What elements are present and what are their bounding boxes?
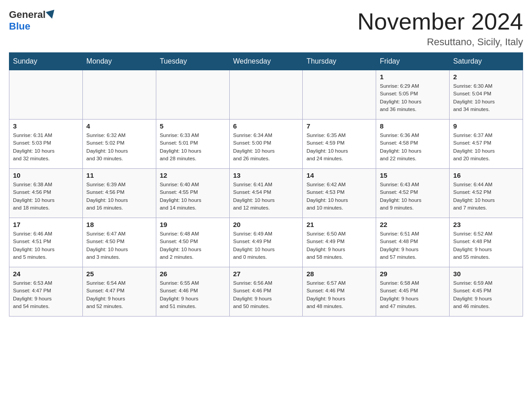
day-number: 10 bbox=[13, 171, 79, 179]
calendar-cell: 13Sunrise: 6:41 AM Sunset: 4:54 PM Dayli… bbox=[229, 169, 303, 218]
day-info: Sunrise: 6:41 AM Sunset: 4:54 PM Dayligh… bbox=[233, 181, 299, 212]
weekday-header-thursday: Thursday bbox=[303, 53, 376, 70]
calendar-table: SundayMondayTuesdayWednesdayThursdayFrid… bbox=[9, 52, 523, 317]
day-info: Sunrise: 6:56 AM Sunset: 4:46 PM Dayligh… bbox=[233, 279, 299, 310]
month-title: November 2024 bbox=[357, 9, 523, 34]
calendar-cell: 25Sunrise: 6:54 AM Sunset: 4:47 PM Dayli… bbox=[82, 267, 156, 317]
weekday-header-sunday: Sunday bbox=[9, 53, 83, 70]
calendar-cell: 27Sunrise: 6:56 AM Sunset: 4:46 PM Dayli… bbox=[229, 267, 303, 317]
day-info: Sunrise: 6:52 AM Sunset: 4:48 PM Dayligh… bbox=[453, 230, 519, 261]
day-info: Sunrise: 6:40 AM Sunset: 4:55 PM Dayligh… bbox=[160, 181, 226, 212]
day-number: 9 bbox=[453, 122, 519, 130]
calendar-cell: 5Sunrise: 6:33 AM Sunset: 5:01 PM Daylig… bbox=[156, 120, 229, 169]
location-subtitle: Resuttano, Sicily, Italy bbox=[357, 36, 523, 48]
day-number: 25 bbox=[86, 270, 152, 278]
day-info: Sunrise: 6:57 AM Sunset: 4:46 PM Dayligh… bbox=[306, 279, 372, 310]
day-info: Sunrise: 6:49 AM Sunset: 4:49 PM Dayligh… bbox=[233, 230, 299, 261]
logo: General Blue bbox=[9, 9, 56, 32]
day-info: Sunrise: 6:51 AM Sunset: 4:48 PM Dayligh… bbox=[380, 230, 446, 261]
day-info: Sunrise: 6:48 AM Sunset: 4:50 PM Dayligh… bbox=[160, 230, 226, 261]
day-info: Sunrise: 6:46 AM Sunset: 4:51 PM Dayligh… bbox=[13, 230, 79, 261]
day-info: Sunrise: 6:39 AM Sunset: 4:56 PM Dayligh… bbox=[86, 181, 152, 212]
calendar-cell: 11Sunrise: 6:39 AM Sunset: 4:56 PM Dayli… bbox=[82, 169, 156, 218]
day-number: 4 bbox=[86, 122, 152, 130]
day-info: Sunrise: 6:53 AM Sunset: 4:47 PM Dayligh… bbox=[13, 279, 79, 310]
day-number: 17 bbox=[13, 221, 79, 228]
day-info: Sunrise: 6:43 AM Sunset: 4:52 PM Dayligh… bbox=[380, 181, 446, 212]
day-number: 18 bbox=[86, 221, 152, 228]
day-number: 12 bbox=[160, 171, 226, 179]
calendar-cell: 4Sunrise: 6:32 AM Sunset: 5:02 PM Daylig… bbox=[82, 120, 156, 169]
day-info: Sunrise: 6:31 AM Sunset: 5:03 PM Dayligh… bbox=[13, 132, 79, 163]
day-number: 16 bbox=[453, 171, 519, 179]
day-info: Sunrise: 6:32 AM Sunset: 5:02 PM Dayligh… bbox=[86, 132, 152, 163]
day-number: 30 bbox=[453, 270, 519, 278]
logo-general-text: General bbox=[9, 9, 46, 21]
weekday-header-monday: Monday bbox=[82, 53, 156, 70]
day-number: 14 bbox=[306, 171, 372, 179]
weekday-header-saturday: Saturday bbox=[450, 53, 523, 70]
calendar-week-row: 1Sunrise: 6:29 AM Sunset: 5:05 PM Daylig… bbox=[9, 70, 523, 120]
logo-triangle-icon bbox=[46, 10, 56, 20]
calendar-cell: 22Sunrise: 6:51 AM Sunset: 4:48 PM Dayli… bbox=[376, 218, 450, 267]
day-number: 26 bbox=[160, 270, 226, 278]
day-number: 13 bbox=[233, 171, 299, 179]
calendar-week-row: 24Sunrise: 6:53 AM Sunset: 4:47 PM Dayli… bbox=[9, 267, 523, 317]
day-number: 24 bbox=[13, 270, 79, 278]
calendar-cell bbox=[229, 70, 303, 120]
calendar-cell: 8Sunrise: 6:36 AM Sunset: 4:58 PM Daylig… bbox=[376, 120, 450, 169]
day-info: Sunrise: 6:38 AM Sunset: 4:56 PM Dayligh… bbox=[13, 181, 79, 212]
weekday-header-wednesday: Wednesday bbox=[229, 53, 303, 70]
calendar-week-row: 17Sunrise: 6:46 AM Sunset: 4:51 PM Dayli… bbox=[9, 218, 523, 267]
day-info: Sunrise: 6:58 AM Sunset: 4:45 PM Dayligh… bbox=[380, 279, 446, 310]
calendar-cell: 20Sunrise: 6:49 AM Sunset: 4:49 PM Dayli… bbox=[229, 218, 303, 267]
calendar-cell: 12Sunrise: 6:40 AM Sunset: 4:55 PM Dayli… bbox=[156, 169, 229, 218]
day-number: 3 bbox=[13, 122, 79, 130]
day-number: 28 bbox=[306, 270, 372, 278]
calendar-cell bbox=[9, 70, 83, 120]
day-number: 27 bbox=[233, 270, 299, 278]
day-info: Sunrise: 6:44 AM Sunset: 4:52 PM Dayligh… bbox=[453, 181, 519, 212]
day-number: 22 bbox=[380, 221, 446, 228]
calendar-cell: 17Sunrise: 6:46 AM Sunset: 4:51 PM Dayli… bbox=[9, 218, 83, 267]
day-number: 8 bbox=[380, 122, 446, 130]
weekday-header-friday: Friday bbox=[376, 53, 450, 70]
calendar-cell: 26Sunrise: 6:55 AM Sunset: 4:46 PM Dayli… bbox=[156, 267, 229, 317]
calendar-cell: 7Sunrise: 6:35 AM Sunset: 4:59 PM Daylig… bbox=[303, 120, 376, 169]
day-number: 7 bbox=[306, 122, 372, 130]
calendar-cell: 14Sunrise: 6:42 AM Sunset: 4:53 PM Dayli… bbox=[303, 169, 376, 218]
calendar-cell: 3Sunrise: 6:31 AM Sunset: 5:03 PM Daylig… bbox=[9, 120, 83, 169]
day-info: Sunrise: 6:30 AM Sunset: 5:04 PM Dayligh… bbox=[453, 82, 519, 113]
weekday-header-row: SundayMondayTuesdayWednesdayThursdayFrid… bbox=[9, 53, 523, 70]
calendar-cell bbox=[82, 70, 156, 120]
weekday-header-tuesday: Tuesday bbox=[156, 53, 229, 70]
day-number: 20 bbox=[233, 221, 299, 228]
calendar-week-row: 3Sunrise: 6:31 AM Sunset: 5:03 PM Daylig… bbox=[9, 120, 523, 169]
day-info: Sunrise: 6:36 AM Sunset: 4:58 PM Dayligh… bbox=[380, 132, 446, 163]
day-number: 23 bbox=[453, 221, 519, 228]
day-info: Sunrise: 6:42 AM Sunset: 4:53 PM Dayligh… bbox=[306, 181, 372, 212]
calendar-cell: 16Sunrise: 6:44 AM Sunset: 4:52 PM Dayli… bbox=[450, 169, 523, 218]
calendar-cell: 10Sunrise: 6:38 AM Sunset: 4:56 PM Dayli… bbox=[9, 169, 83, 218]
logo-blue-text: Blue bbox=[9, 21, 30, 32]
calendar-cell: 29Sunrise: 6:58 AM Sunset: 4:45 PM Dayli… bbox=[376, 267, 450, 317]
day-info: Sunrise: 6:59 AM Sunset: 4:45 PM Dayligh… bbox=[453, 279, 519, 310]
title-section: November 2024 Resuttano, Sicily, Italy bbox=[357, 9, 523, 48]
day-number: 29 bbox=[380, 270, 446, 278]
calendar-cell: 19Sunrise: 6:48 AM Sunset: 4:50 PM Dayli… bbox=[156, 218, 229, 267]
day-number: 21 bbox=[306, 221, 372, 228]
day-number: 6 bbox=[233, 122, 299, 130]
day-number: 2 bbox=[453, 73, 519, 81]
calendar-cell: 30Sunrise: 6:59 AM Sunset: 4:45 PM Dayli… bbox=[450, 267, 523, 317]
calendar-cell: 18Sunrise: 6:47 AM Sunset: 4:50 PM Dayli… bbox=[82, 218, 156, 267]
calendar-cell: 24Sunrise: 6:53 AM Sunset: 4:47 PM Dayli… bbox=[9, 267, 83, 317]
day-info: Sunrise: 6:29 AM Sunset: 5:05 PM Dayligh… bbox=[380, 82, 446, 113]
calendar-cell: 23Sunrise: 6:52 AM Sunset: 4:48 PM Dayli… bbox=[450, 218, 523, 267]
calendar-cell: 2Sunrise: 6:30 AM Sunset: 5:04 PM Daylig… bbox=[450, 70, 523, 120]
day-info: Sunrise: 6:37 AM Sunset: 4:57 PM Dayligh… bbox=[453, 132, 519, 163]
page-header: General Blue November 2024 Resuttano, Si… bbox=[9, 9, 523, 48]
day-number: 19 bbox=[160, 221, 226, 228]
day-info: Sunrise: 6:50 AM Sunset: 4:49 PM Dayligh… bbox=[306, 230, 372, 261]
day-info: Sunrise: 6:55 AM Sunset: 4:46 PM Dayligh… bbox=[160, 279, 226, 310]
day-info: Sunrise: 6:33 AM Sunset: 5:01 PM Dayligh… bbox=[160, 132, 226, 163]
